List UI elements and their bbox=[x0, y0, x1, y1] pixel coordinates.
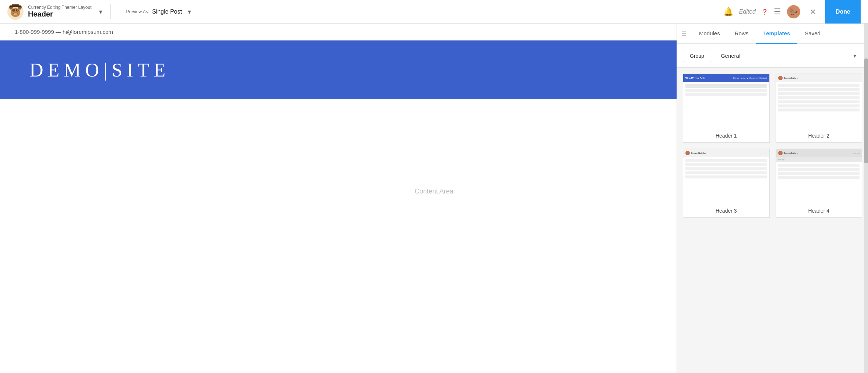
menu-lines-icon[interactable]: ☰ bbox=[774, 7, 781, 17]
templates-panel: ☰ Modules Rows Templates Saved Group Gen… bbox=[677, 24, 868, 373]
svg-point-5 bbox=[17, 10, 18, 10]
top-bar-left: Currently Editing Themer Layout Header ▾… bbox=[0, 4, 206, 20]
content-area-text: Content Area bbox=[414, 188, 453, 195]
group-button[interactable]: Group bbox=[683, 50, 711, 62]
template-card-header1[interactable]: WordPress Beta Home About ▾ Services Con… bbox=[683, 74, 770, 143]
tab-templates[interactable]: Templates bbox=[756, 24, 797, 44]
tab-saved[interactable]: Saved bbox=[797, 24, 828, 44]
panel-filter: Group General ▾ bbox=[677, 44, 868, 68]
tab-modules[interactable]: Modules bbox=[692, 24, 727, 44]
panel-lines-icon: ☰ bbox=[681, 30, 687, 37]
editing-title: Header bbox=[28, 10, 92, 18]
template-label-header1: Header 1 bbox=[683, 129, 769, 142]
scrollbar-thumb[interactable] bbox=[864, 58, 868, 163]
preview-value: Single Post bbox=[152, 8, 182, 15]
template-card-header3[interactable]: BeaverBuilder — — ⋯ bbox=[683, 149, 770, 218]
user-avatar[interactable]: 🦫 bbox=[787, 5, 800, 18]
bell-icon[interactable]: 🔔 bbox=[723, 7, 733, 17]
panel-tabs: ☰ Modules Rows Templates Saved bbox=[677, 24, 868, 44]
template-thumb-header2: BeaverBuilder — — ⋯ bbox=[776, 74, 862, 129]
editing-label: Currently Editing Themer Layout bbox=[28, 5, 92, 10]
tab-rows[interactable]: Rows bbox=[727, 24, 756, 44]
done-button[interactable]: Done bbox=[825, 0, 861, 24]
help-icon[interactable]: ❓ bbox=[762, 9, 768, 15]
panel-scrollbar[interactable] bbox=[864, 24, 868, 373]
svg-point-4 bbox=[14, 10, 14, 10]
preview-dropdown-arrow[interactable]: ▾ bbox=[188, 8, 191, 16]
chevron-down-icon: ▾ bbox=[853, 52, 856, 59]
close-button[interactable]: ✕ bbox=[806, 5, 819, 18]
template-label-header2: Header 2 bbox=[776, 129, 862, 142]
template-thumb-header1: WordPress Beta Home About ▾ Services Con… bbox=[683, 74, 769, 129]
contact-text: 1-800-999-9999 — hi@loremipsum.com bbox=[15, 29, 113, 35]
template-label-header3: Header 3 bbox=[683, 204, 769, 217]
template-thumb-header4: BeaverBuilder — — Nav bar bbox=[776, 149, 862, 204]
category-dropdown[interactable]: General ▾ bbox=[715, 49, 862, 62]
divider bbox=[110, 4, 111, 19]
editing-dropdown-arrow[interactable]: ▾ bbox=[99, 8, 102, 16]
app-logo[interactable] bbox=[7, 4, 24, 20]
edited-status: Edited bbox=[739, 8, 756, 15]
templates-grid: WordPress Beta Home About ▾ Services Con… bbox=[677, 68, 868, 373]
preview-label: Preview As: bbox=[126, 9, 149, 14]
preview-section: Preview As: Single Post ▾ bbox=[119, 8, 199, 16]
category-value: General bbox=[721, 53, 740, 59]
svg-rect-12 bbox=[12, 4, 19, 7]
top-bar: Currently Editing Themer Layout Header ▾… bbox=[0, 0, 868, 24]
template-thumb-header3: BeaverBuilder — — ⋯ bbox=[683, 149, 769, 204]
editing-info: Currently Editing Themer Layout Header bbox=[28, 5, 92, 18]
template-card-header2[interactable]: BeaverBuilder — — ⋯ bbox=[776, 74, 862, 143]
template-card-header4[interactable]: BeaverBuilder — — Nav bar bbox=[776, 149, 862, 218]
demo-site-logo: DEMO|SITE bbox=[29, 59, 170, 81]
template-label-header4: Header 4 bbox=[776, 204, 862, 217]
top-bar-right: 🔔 Edited ❓ ☰ 🦫 ✕ Done bbox=[716, 0, 868, 24]
